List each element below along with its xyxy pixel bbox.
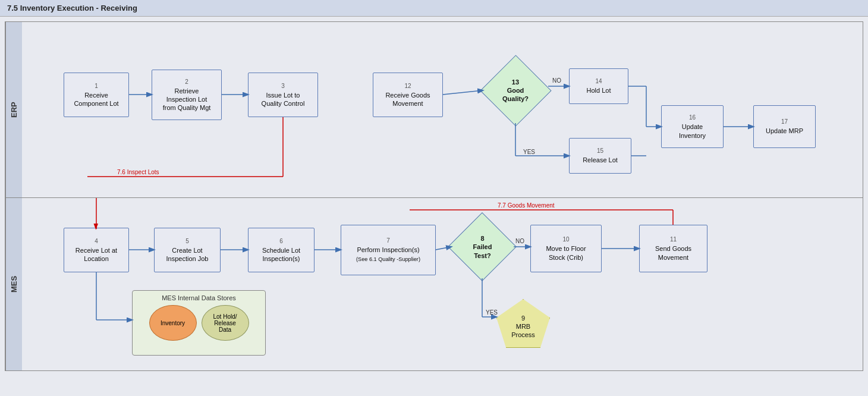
pentagon-9: 9MRBProcess	[496, 299, 550, 350]
svg-line-2	[443, 90, 483, 95]
box-4: 4 Receive Lot atLocation	[64, 228, 129, 272]
svg-text:NO: NO	[552, 77, 561, 84]
box-2: 2 RetrieveInspection Lotfrom Quality Mgt	[152, 70, 222, 120]
box-12: 12 Receive GoodsMovement	[373, 73, 443, 117]
box-11: 11 Send GoodsMovement	[639, 225, 707, 272]
diamond-13: 13GoodQuality?	[483, 58, 548, 123]
mes-lane: MES 4 Receive Lot atLocation 5 Create Lo…	[5, 198, 863, 370]
box-15: 15 Release Lot	[569, 138, 631, 174]
diagram-container: ERP 1 ReceiveComponent Lot 2 RetrieveIns…	[5, 21, 863, 371]
box-14: 14 Hold Lot	[569, 68, 628, 104]
lothold-store: Lot Hold/ReleaseData	[202, 305, 249, 341]
box-10: 10 Move to FloorStock (Crib)	[530, 225, 602, 272]
svg-text:7.7 Goods Movement: 7.7 Goods Movement	[498, 202, 555, 209]
box-5: 5 Create LotInspection Job	[154, 228, 221, 272]
mes-label: MES	[5, 198, 22, 370]
box-1: 1 ReceiveComponent Lot	[64, 73, 129, 117]
svg-text:YES: YES	[523, 149, 535, 155]
box-16: 16 UpdateInventory	[661, 105, 724, 148]
data-store: MES Internal Data Stores Inventory Lot H…	[132, 290, 266, 356]
box-7: 7 Perform Inspection(s)(See 6.1 Quality …	[341, 225, 436, 275]
box-6: 6 Schedule LotInspection(s)	[248, 228, 315, 272]
erp-label: ERP	[5, 22, 22, 197]
diamond-8: 8FailedTest?	[451, 216, 514, 278]
page-title: 7.5 Inventory Execution - Receiving	[0, 0, 868, 17]
erp-content: 1 ReceiveComponent Lot 2 RetrieveInspect…	[22, 22, 863, 197]
box-3: 3 Issue Lot toQuality Control	[248, 73, 318, 117]
erp-lane: ERP 1 ReceiveComponent Lot 2 RetrieveIns…	[5, 22, 863, 198]
inventory-store: Inventory	[149, 305, 197, 341]
svg-text:7.6 Inspect Lots: 7.6 Inspect Lots	[117, 169, 159, 175]
mes-content: 4 Receive Lot atLocation 5 Create LotIns…	[22, 198, 863, 370]
box-17: 17 Update MRP	[753, 105, 816, 148]
svg-text:NO: NO	[515, 238, 524, 244]
